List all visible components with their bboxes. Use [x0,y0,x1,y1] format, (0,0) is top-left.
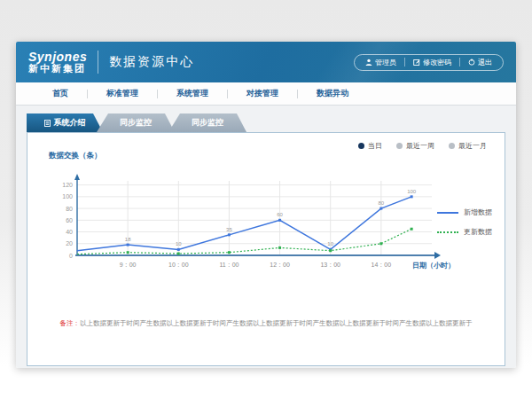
toolbar-divider [459,58,460,66]
radio-dot [449,143,455,149]
svg-text:120: 120 [62,182,73,188]
radio-dot [358,143,364,149]
svg-text:日期（小时）: 日期（小时） [412,262,455,270]
user-menu[interactable]: 管理员 [365,58,396,67]
line-chart: 0204060801001209：0010：0011：0012：0013：001… [40,167,457,277]
radio-today[interactable]: 当日 [358,141,382,151]
change-password-button[interactable]: 修改密码 [413,58,451,67]
radio-label: 最近一月 [458,141,487,151]
legend-label: 更新数据 [464,227,492,237]
user-toolbar: 管理员 修改密码 退出 [354,54,504,71]
nav-item-data-change[interactable]: 数据异动 [298,88,367,99]
power-icon [468,59,475,66]
svg-text:10: 10 [176,241,182,246]
toolbar-divider [404,58,405,66]
note-prefix: 备注： [60,319,81,327]
note-text: 以上数据更新于时间产生数据以上数据更新于时间产生数据以上数据更新于时间产生数据以… [80,319,473,327]
nav-item-system-mgmt[interactable]: 系统管理 [158,88,227,99]
header-divider [98,51,98,74]
svg-text:10: 10 [327,241,333,246]
chart-legend: 新增数据 更新数据 [437,207,492,237]
tab-sync-monitor-2[interactable]: 同步监控 [168,113,246,132]
chart-panel: 当日 最近一周 最近一月 数据交换（条） 0204060801001209：00… [27,132,505,366]
desktop-background: Synjones 新中新集团 数据资源中心 管理员 修改密码 [0,0,532,399]
change-password-label: 修改密码 [423,58,451,67]
svg-text:0: 0 [69,253,73,259]
tab-system-intro[interactable]: 系统介绍 [27,113,103,132]
document-icon [44,120,51,127]
nav-item-interface-mgmt[interactable]: 对接管理 [228,88,297,99]
user-icon [365,59,372,66]
time-range-filter: 当日 最近一周 最近一月 [358,141,487,151]
radio-dot [396,143,403,149]
app-window: Synjones 新中新集团 数据资源中心 管理员 修改密码 [16,42,516,368]
tab-label: 系统介绍 [54,113,86,132]
tab-bar: 系统介绍 同步监控 同步监控 [27,113,246,132]
legend-item-updated-data[interactable]: 更新数据 [437,227,492,237]
edit-icon [413,59,420,66]
legend-line-sample [437,231,458,233]
y-axis-title: 数据交换（条） [49,151,102,161]
main-nav: 首页 标准管理 系统管理 对接管理 数据异动 [16,82,516,106]
svg-text:10：00: 10：00 [168,262,189,268]
chart-svg: 0204060801001209：0010：0011：0012：0013：001… [40,167,457,277]
tab-sync-monitor-1[interactable]: 同步监控 [97,113,175,132]
svg-text:13：00: 13：00 [320,262,340,268]
svg-text:60: 60 [277,212,283,217]
svg-text:14：00: 14：00 [372,262,392,268]
svg-text:18: 18 [125,237,131,242]
svg-text:11：00: 11：00 [219,262,239,268]
page-title: 数据资源中心 [109,54,194,70]
app-header: Synjones 新中新集团 数据资源中心 管理员 修改密码 [16,42,516,82]
svg-text:9：00: 9：00 [120,262,137,268]
logout-label: 退出 [478,58,492,67]
radio-label: 最近一周 [406,141,434,151]
legend-item-new-data[interactable]: 新增数据 [437,207,492,217]
content-area: 系统介绍 同步监控 同步监控 当日 最近一周 [16,106,516,368]
svg-text:100: 100 [62,193,73,200]
svg-text:100: 100 [407,189,417,194]
svg-text:20: 20 [66,240,73,246]
nav-item-standard-mgmt[interactable]: 标准管理 [88,88,157,99]
legend-label: 新增数据 [464,207,492,217]
svg-text:40: 40 [66,229,73,235]
logo-en-text: Synjones [28,51,87,64]
logout-button[interactable]: 退出 [468,58,492,67]
footer-note: 备注：以上数据更新于时间产生数据以上数据更新于时间产生数据以上数据更新于时间产生… [27,319,505,328]
user-label: 管理员 [375,58,396,67]
radio-last-month[interactable]: 最近一月 [449,141,487,151]
svg-text:35: 35 [226,227,232,232]
logo-cn-text: 新中新集团 [28,64,87,74]
svg-text:60: 60 [66,217,73,223]
nav-item-home[interactable]: 首页 [34,88,87,99]
radio-label: 当日 [368,141,382,151]
svg-text:80: 80 [379,200,385,206]
legend-line-sample [437,212,458,214]
svg-text:80: 80 [66,206,73,212]
svg-text:12：00: 12：00 [270,262,290,268]
company-logo: Synjones 新中新集团 [28,51,87,74]
radio-last-week[interactable]: 最近一周 [396,141,434,151]
